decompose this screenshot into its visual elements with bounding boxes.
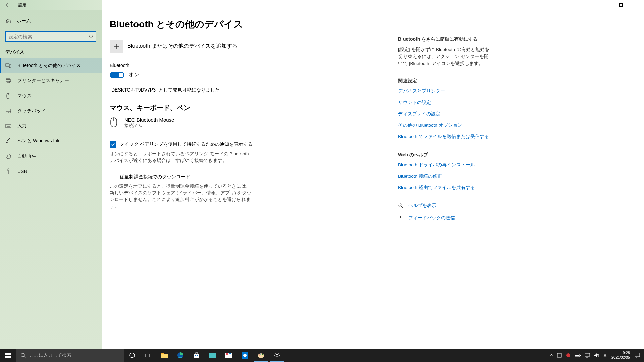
tray-notifications-icon[interactable] — [633, 349, 642, 362]
svg-rect-63 — [635, 353, 640, 357]
sidebar-item-mouse[interactable]: マウス — [0, 88, 102, 103]
link-bt-options[interactable]: その他の Bluetooth オプション — [398, 122, 492, 128]
svg-point-20 — [8, 169, 9, 170]
app-icon-3[interactable] — [237, 349, 253, 362]
feedback-link[interactable]: フィードバックの送信 — [408, 215, 455, 221]
svg-rect-6 — [7, 78, 10, 80]
tray-volume-icon[interactable] — [592, 349, 601, 362]
tip-heading: Bluetooth をさらに簡単に有効にする — [398, 36, 492, 42]
discoverable-text: "DESKTOP-T9DV7P3" として発見可能になりました — [110, 87, 398, 93]
sidebar-category: デバイス — [0, 45, 102, 58]
settings-icon[interactable] — [269, 349, 285, 362]
sidebar-item-typing[interactable]: 入力 — [0, 118, 102, 133]
nav-label: タッチパッド — [17, 108, 46, 114]
tray-icon[interactable] — [555, 349, 564, 362]
tray-battery-icon[interactable] — [573, 349, 583, 362]
sidebar-item-autoplay[interactable]: 自動再生 — [0, 148, 102, 164]
svg-point-35 — [130, 353, 135, 358]
nav-label: USB — [17, 169, 27, 174]
tray-ime-icon[interactable]: A — [601, 349, 609, 362]
tray-network-icon[interactable] — [583, 349, 592, 362]
svg-rect-32 — [8, 356, 11, 358]
sidebar-item-touchpad[interactable]: タッチパッド — [0, 103, 102, 118]
add-device-button[interactable]: Bluetooth またはその他のデバイスを追加する — [110, 40, 398, 53]
nav-label: マウス — [17, 93, 32, 99]
svg-rect-41 — [194, 354, 199, 358]
device-item[interactable]: NEC Bluetooth Mouse 接続済み — [110, 117, 398, 129]
link-display[interactable]: ディスプレイの設定 — [398, 111, 492, 117]
svg-point-50 — [243, 354, 247, 357]
back-button[interactable] — [0, 0, 15, 10]
get-help-link[interactable]: ヘルプを表示 — [408, 203, 436, 209]
main-content: Bluetooth とその他のデバイス Bluetooth またはその他のデバイ… — [110, 18, 398, 349]
metered-checkbox[interactable] — [110, 174, 116, 180]
webhelp-heading: Web のヘルプ — [398, 152, 492, 158]
tray-antivirus-icon[interactable] — [564, 349, 573, 362]
svg-rect-37 — [147, 353, 151, 356]
svg-rect-5 — [9, 65, 11, 68]
link-reinstall-driver[interactable]: Bluetooth ドライバの再インストール — [398, 162, 492, 168]
link-share-files[interactable]: Bluetooth 経由でファイルを共有する — [398, 185, 492, 191]
paint-icon[interactable] — [253, 349, 269, 362]
nav-label: Bluetooth とその他のデバイス — [17, 63, 81, 69]
svg-point-28 — [399, 216, 401, 218]
app-icon-2[interactable] — [221, 349, 237, 362]
mouse-icon — [110, 117, 119, 129]
svg-point-53 — [260, 354, 261, 355]
link-devices-printers[interactable]: デバイスとプリンター — [398, 88, 492, 94]
link-sound[interactable]: サウンドの設定 — [398, 100, 492, 106]
close-button[interactable] — [629, 0, 644, 10]
devices-icon — [5, 63, 11, 69]
start-button[interactable] — [0, 349, 16, 362]
taskbar: ここに入力して検索 A 9:28 2021/02/05 — [0, 349, 644, 362]
svg-point-54 — [262, 354, 263, 355]
svg-point-55 — [276, 354, 278, 356]
svg-rect-61 — [585, 353, 590, 356]
tray-chevron-icon[interactable] — [548, 349, 555, 362]
link-fix-connection[interactable]: Bluetooth 接続の修正 — [398, 173, 492, 179]
cortana-icon[interactable] — [124, 349, 140, 362]
taskbar-search[interactable]: ここに入力して検索 — [16, 349, 124, 362]
search-icon — [89, 34, 94, 39]
home-button[interactable]: ホーム — [0, 13, 102, 28]
bluetooth-label: Bluetooth — [110, 63, 398, 68]
link-bt-sendrecv[interactable]: Bluetooth でファイルを送信または受信する — [398, 134, 492, 140]
svg-point-52 — [259, 355, 260, 356]
quick-pair-checkbox[interactable] — [110, 141, 116, 148]
related-heading: 関連設定 — [398, 78, 492, 84]
svg-rect-56 — [557, 353, 561, 357]
page-title: Bluetooth とその他のデバイス — [110, 18, 398, 31]
sidebar-item-usb[interactable]: USB — [0, 164, 102, 179]
clock-date: 2021/02/05 — [611, 355, 630, 360]
usb-icon — [5, 168, 11, 174]
svg-point-33 — [21, 353, 24, 357]
maximize-button[interactable] — [613, 0, 629, 10]
nav-label: 自動再生 — [17, 153, 36, 159]
bluetooth-toggle[interactable] — [110, 72, 124, 78]
pen-icon — [5, 138, 11, 144]
svg-rect-4 — [6, 64, 9, 66]
app-icon-1[interactable] — [205, 349, 221, 362]
tray-clock[interactable]: 9:28 2021/02/05 — [609, 351, 633, 360]
minimize-button[interactable] — [598, 0, 613, 10]
taskview-icon[interactable] — [140, 349, 156, 362]
svg-line-3 — [92, 38, 94, 39]
sidebar-item-printers[interactable]: プリンターとスキャナー — [0, 73, 102, 88]
svg-rect-59 — [580, 355, 581, 356]
device-group-heading: マウス、キーボード、ペン — [110, 103, 398, 112]
edge-icon[interactable] — [172, 349, 189, 362]
svg-rect-45 — [209, 353, 216, 358]
right-pane: Bluetooth をさらに簡単に有効にする [設定] を開かずに Blueto… — [398, 18, 492, 349]
search-input[interactable] — [5, 31, 96, 42]
explorer-icon[interactable] — [156, 349, 172, 362]
sidebar-item-pen[interactable]: ペンと Windows Ink — [0, 133, 102, 148]
nav-label: プリンターとスキャナー — [17, 78, 69, 84]
touchpad-icon — [5, 108, 11, 114]
keyboard-icon — [5, 123, 11, 129]
svg-rect-60 — [575, 355, 579, 356]
sidebar-item-bluetooth[interactable]: Bluetooth とその他のデバイス — [0, 58, 102, 73]
device-name: NEC Bluetooth Mouse — [124, 117, 174, 123]
store-icon[interactable] — [189, 349, 205, 362]
svg-rect-47 — [226, 353, 228, 355]
svg-rect-31 — [5, 356, 8, 358]
